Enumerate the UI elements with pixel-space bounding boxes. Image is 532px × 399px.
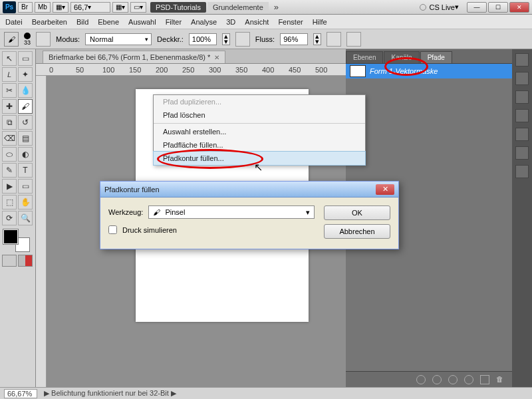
cs-live-button[interactable]: CS Live ▾ — [420, 3, 459, 11]
crop-tool[interactable]: ✂ — [2, 83, 17, 98]
simulate-pressure-label: Druck simulieren — [122, 226, 177, 234]
path-item[interactable]: Form 1-Vektormaske — [346, 64, 512, 78]
collapsed-panel-icon[interactable] — [515, 128, 529, 141]
delete-path-icon[interactable]: 🗑 — [496, 375, 505, 384]
tool-label: Werkzeug: — [108, 208, 143, 216]
opacity-field[interactable]: 100% — [189, 33, 217, 45]
menu-fenster[interactable]: Fenster — [278, 18, 303, 26]
menu-ansicht[interactable]: Ansicht — [245, 18, 269, 26]
3d-tool[interactable]: ⬚ — [2, 195, 17, 209]
zoom-tool[interactable]: 🔍 — [18, 211, 33, 225]
stroke-path-icon[interactable] — [432, 375, 442, 384]
workspace-primary[interactable]: PSD-Tutorials — [150, 2, 206, 13]
status-message: ▶ Belichtung funktioniert nur bei 32-Bit… — [44, 389, 176, 398]
history-brush-tool[interactable]: ↺ — [18, 115, 33, 130]
menu-filter[interactable]: Filter — [166, 18, 182, 26]
hand-tool[interactable]: ✋ — [18, 195, 33, 209]
window-minimize-button[interactable]: — — [467, 2, 487, 13]
opacity-pressure-button[interactable] — [235, 32, 250, 47]
eyedropper-tool[interactable]: 💧 — [18, 83, 33, 98]
foreground-color[interactable] — [3, 229, 18, 244]
arrange-docs-button[interactable]: ▦▾ — [112, 2, 128, 13]
mode-label: Modus: — [56, 35, 80, 43]
airbrush-button[interactable] — [327, 32, 341, 47]
opacity-stepper[interactable]: ▴▾ — [222, 33, 230, 45]
close-document-icon[interactable]: ✕ — [214, 54, 219, 61]
path-select-tool[interactable]: ▶ — [2, 179, 17, 194]
dialog-titlebar[interactable]: Pfadkontur füllen ✕ — [100, 182, 398, 198]
zoom-level-field[interactable]: 66,7 ▾ — [70, 2, 110, 13]
tab-kanaele[interactable]: Kanäle — [384, 51, 419, 63]
move-tool[interactable]: ↖ — [2, 51, 17, 66]
workspace-secondary[interactable]: Grundelemente — [207, 2, 269, 13]
path-item-label: Form 1-Vektormaske — [370, 67, 438, 75]
brush-size-label: 33 — [24, 39, 31, 46]
cancel-button[interactable]: Abbrechen — [324, 224, 390, 239]
ctx-pfadkontur-fuellen[interactable]: Pfadkontur füllen... — [153, 151, 366, 166]
lasso-tool[interactable]: 𝘓 — [2, 67, 17, 82]
eraser-tool[interactable]: ⌫ — [2, 131, 17, 146]
menu-analyse[interactable]: Analyse — [191, 18, 217, 26]
ctx-pfad-loeschen[interactable]: Pfad löschen — [154, 108, 365, 122]
view-extras-button[interactable]: ▦▾ — [53, 2, 68, 13]
rotate-view-tool[interactable]: ⟳ — [2, 211, 17, 225]
shape-tool[interactable]: ▭ — [18, 179, 33, 194]
menu-auswahl[interactable]: Auswahl — [128, 18, 156, 26]
ctx-auswahl-erstellen[interactable]: Auswahl erstellen... — [154, 125, 365, 138]
quickmask-toggle[interactable] — [2, 255, 33, 267]
brush-tool[interactable]: 🖌 — [18, 99, 33, 114]
selection-to-path-icon[interactable] — [464, 375, 473, 384]
blur-tool[interactable]: ⬭ — [2, 147, 17, 162]
menu-bearbeiten[interactable]: Bearbeiten — [32, 18, 67, 26]
tool-select[interactable]: 🖌 Pinsel — [148, 205, 315, 219]
dodge-tool[interactable]: ◐ — [18, 147, 33, 162]
document-tab-row: Briefmarke bei 66,7% (Form 1, Ebenenmask… — [36, 49, 346, 64]
color-swatches[interactable] — [2, 229, 33, 252]
screen-mode-button[interactable]: ▭▾ — [130, 2, 146, 13]
magic-wand-tool[interactable]: ✦ — [18, 67, 33, 82]
pen-tool[interactable]: ✎ — [2, 163, 17, 178]
dialog-close-button[interactable]: ✕ — [376, 184, 394, 195]
menu-hilfe[interactable]: Hilfe — [313, 18, 327, 26]
tab-ebenen[interactable]: Ebenen — [346, 51, 383, 63]
menu-datei[interactable]: Datei — [5, 18, 23, 26]
collapsed-panel-icon[interactable] — [515, 53, 529, 66]
brush-panel-toggle[interactable] — [36, 32, 51, 47]
type-tool[interactable]: T — [18, 163, 33, 178]
menu-bild[interactable]: Bild — [76, 18, 88, 26]
flow-stepper[interactable]: ▴▾ — [313, 33, 321, 45]
tab-pfade[interactable]: Pfade — [420, 51, 452, 63]
healing-brush-tool[interactable]: ✚ — [2, 99, 17, 114]
flow-field[interactable]: 96% — [280, 33, 308, 45]
tools-panel: ↖ ▭ 𝘓 ✦ ✂ 💧 ✚ 🖌 ⧉ ↺ ⌫ ▤ ⬭ ◐ ✎ T ▶ ▭ ⬚ ✋ … — [0, 49, 36, 387]
menu-3d[interactable]: 3D — [226, 18, 235, 26]
tablet-pressure-button[interactable] — [346, 32, 361, 47]
minibridge-button[interactable]: Mb — [35, 2, 51, 13]
collapsed-panel-icon[interactable] — [515, 146, 529, 160]
bridge-button[interactable]: Br — [18, 2, 33, 13]
collapsed-panel-icon[interactable] — [515, 72, 529, 85]
collapsed-panel-icon[interactable] — [515, 109, 529, 122]
collapsed-panel-icon[interactable] — [515, 90, 529, 104]
window-close-button[interactable]: ✕ — [509, 2, 529, 13]
blend-mode-select[interactable]: Normal — [85, 33, 152, 45]
workspace-more-icon[interactable]: » — [274, 2, 279, 12]
tool-preset-button[interactable]: 🖌 — [4, 32, 19, 47]
new-path-icon[interactable] — [480, 375, 489, 384]
simulate-pressure-checkbox[interactable] — [108, 225, 117, 234]
collapsed-panel-icon[interactable] — [515, 165, 529, 178]
context-menu: Pfad duplizieren... Pfad löschen Auswahl… — [153, 94, 366, 166]
ok-button[interactable]: OK — [324, 205, 390, 220]
clone-stamp-tool[interactable]: ⧉ — [2, 115, 17, 130]
path-to-selection-icon[interactable] — [448, 375, 458, 384]
gradient-tool[interactable]: ▤ — [18, 131, 33, 146]
status-zoom-field[interactable]: 66,67% — [4, 389, 37, 398]
ctx-separator — [154, 123, 365, 124]
collapsed-panels-column — [512, 49, 532, 387]
fill-path-icon[interactable] — [416, 375, 426, 384]
window-maximize-button[interactable]: ☐ — [488, 2, 508, 13]
document-tab[interactable]: Briefmarke bei 66,7% (Form 1, Ebenenmask… — [43, 51, 225, 63]
menu-ebene[interactable]: Ebene — [98, 18, 119, 26]
ctx-pfadflaeche-fuellen[interactable]: Pfadfläche füllen... — [154, 138, 365, 152]
marquee-tool[interactable]: ▭ — [18, 51, 33, 66]
